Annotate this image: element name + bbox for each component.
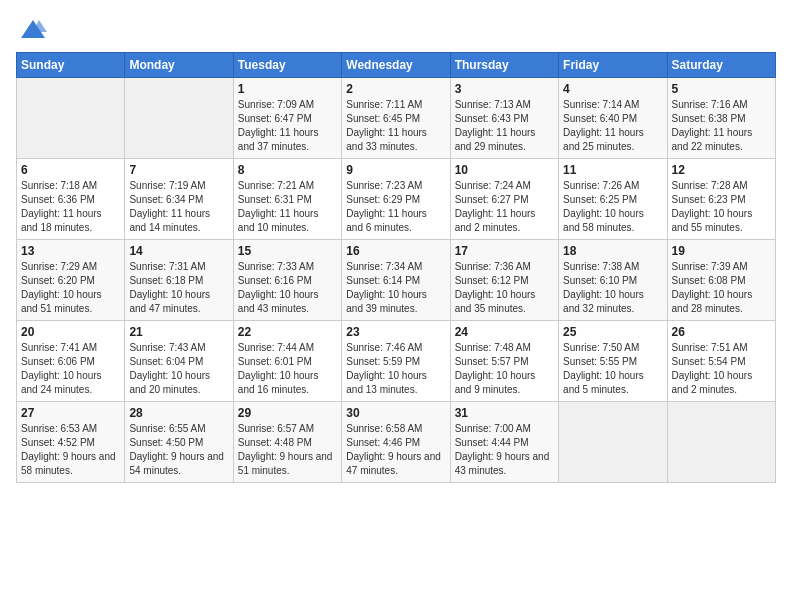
day-detail: Sunrise: 7:23 AMSunset: 6:29 PMDaylight:… (346, 179, 445, 235)
day-detail: Sunrise: 7:39 AMSunset: 6:08 PMDaylight:… (672, 260, 771, 316)
day-detail: Sunrise: 7:09 AMSunset: 6:47 PMDaylight:… (238, 98, 337, 154)
calendar-cell: 9Sunrise: 7:23 AMSunset: 6:29 PMDaylight… (342, 159, 450, 240)
day-detail: Sunrise: 7:41 AMSunset: 6:06 PMDaylight:… (21, 341, 120, 397)
day-number: 18 (563, 244, 662, 258)
day-number: 8 (238, 163, 337, 177)
calendar-cell: 23Sunrise: 7:46 AMSunset: 5:59 PMDayligh… (342, 321, 450, 402)
calendar-cell (559, 402, 667, 483)
calendar-week-2: 6Sunrise: 7:18 AMSunset: 6:36 PMDaylight… (17, 159, 776, 240)
weekday-header-tuesday: Tuesday (233, 53, 341, 78)
day-detail: Sunrise: 7:21 AMSunset: 6:31 PMDaylight:… (238, 179, 337, 235)
day-detail: Sunrise: 7:44 AMSunset: 6:01 PMDaylight:… (238, 341, 337, 397)
day-number: 5 (672, 82, 771, 96)
day-detail: Sunrise: 6:55 AMSunset: 4:50 PMDaylight:… (129, 422, 228, 478)
day-detail: Sunrise: 7:48 AMSunset: 5:57 PMDaylight:… (455, 341, 554, 397)
day-detail: Sunrise: 7:46 AMSunset: 5:59 PMDaylight:… (346, 341, 445, 397)
calendar-cell: 13Sunrise: 7:29 AMSunset: 6:20 PMDayligh… (17, 240, 125, 321)
day-number: 26 (672, 325, 771, 339)
logo-icon (19, 16, 47, 44)
day-number: 6 (21, 163, 120, 177)
calendar-cell: 20Sunrise: 7:41 AMSunset: 6:06 PMDayligh… (17, 321, 125, 402)
day-detail: Sunrise: 7:18 AMSunset: 6:36 PMDaylight:… (21, 179, 120, 235)
day-number: 20 (21, 325, 120, 339)
day-detail: Sunrise: 7:51 AMSunset: 5:54 PMDaylight:… (672, 341, 771, 397)
calendar-cell: 21Sunrise: 7:43 AMSunset: 6:04 PMDayligh… (125, 321, 233, 402)
calendar-cell: 12Sunrise: 7:28 AMSunset: 6:23 PMDayligh… (667, 159, 775, 240)
calendar-cell: 31Sunrise: 7:00 AMSunset: 4:44 PMDayligh… (450, 402, 558, 483)
calendar-cell: 1Sunrise: 7:09 AMSunset: 6:47 PMDaylight… (233, 78, 341, 159)
day-detail: Sunrise: 6:57 AMSunset: 4:48 PMDaylight:… (238, 422, 337, 478)
calendar-week-3: 13Sunrise: 7:29 AMSunset: 6:20 PMDayligh… (17, 240, 776, 321)
weekday-header-sunday: Sunday (17, 53, 125, 78)
calendar-cell: 5Sunrise: 7:16 AMSunset: 6:38 PMDaylight… (667, 78, 775, 159)
day-number: 1 (238, 82, 337, 96)
day-number: 22 (238, 325, 337, 339)
calendar-cell: 24Sunrise: 7:48 AMSunset: 5:57 PMDayligh… (450, 321, 558, 402)
calendar-cell: 2Sunrise: 7:11 AMSunset: 6:45 PMDaylight… (342, 78, 450, 159)
day-number: 28 (129, 406, 228, 420)
day-number: 7 (129, 163, 228, 177)
weekday-header-monday: Monday (125, 53, 233, 78)
day-detail: Sunrise: 7:00 AMSunset: 4:44 PMDaylight:… (455, 422, 554, 478)
day-number: 25 (563, 325, 662, 339)
day-number: 23 (346, 325, 445, 339)
day-detail: Sunrise: 7:24 AMSunset: 6:27 PMDaylight:… (455, 179, 554, 235)
calendar-cell (17, 78, 125, 159)
calendar-cell: 25Sunrise: 7:50 AMSunset: 5:55 PMDayligh… (559, 321, 667, 402)
day-number: 10 (455, 163, 554, 177)
calendar-cell: 26Sunrise: 7:51 AMSunset: 5:54 PMDayligh… (667, 321, 775, 402)
calendar-week-4: 20Sunrise: 7:41 AMSunset: 6:06 PMDayligh… (17, 321, 776, 402)
day-detail: Sunrise: 7:11 AMSunset: 6:45 PMDaylight:… (346, 98, 445, 154)
calendar-cell: 11Sunrise: 7:26 AMSunset: 6:25 PMDayligh… (559, 159, 667, 240)
calendar-cell: 19Sunrise: 7:39 AMSunset: 6:08 PMDayligh… (667, 240, 775, 321)
day-detail: Sunrise: 7:33 AMSunset: 6:16 PMDaylight:… (238, 260, 337, 316)
calendar-cell: 10Sunrise: 7:24 AMSunset: 6:27 PMDayligh… (450, 159, 558, 240)
day-detail: Sunrise: 7:31 AMSunset: 6:18 PMDaylight:… (129, 260, 228, 316)
calendar-cell: 16Sunrise: 7:34 AMSunset: 6:14 PMDayligh… (342, 240, 450, 321)
calendar-cell (125, 78, 233, 159)
day-detail: Sunrise: 7:38 AMSunset: 6:10 PMDaylight:… (563, 260, 662, 316)
day-number: 19 (672, 244, 771, 258)
weekday-header-wednesday: Wednesday (342, 53, 450, 78)
day-detail: Sunrise: 7:14 AMSunset: 6:40 PMDaylight:… (563, 98, 662, 154)
day-detail: Sunrise: 7:28 AMSunset: 6:23 PMDaylight:… (672, 179, 771, 235)
logo (16, 16, 47, 44)
day-number: 15 (238, 244, 337, 258)
calendar-table: SundayMondayTuesdayWednesdayThursdayFrid… (16, 52, 776, 483)
day-detail: Sunrise: 7:34 AMSunset: 6:14 PMDaylight:… (346, 260, 445, 316)
day-detail: Sunrise: 7:29 AMSunset: 6:20 PMDaylight:… (21, 260, 120, 316)
day-number: 24 (455, 325, 554, 339)
weekday-header-friday: Friday (559, 53, 667, 78)
calendar-cell: 3Sunrise: 7:13 AMSunset: 6:43 PMDaylight… (450, 78, 558, 159)
day-number: 21 (129, 325, 228, 339)
day-number: 13 (21, 244, 120, 258)
calendar-week-5: 27Sunrise: 6:53 AMSunset: 4:52 PMDayligh… (17, 402, 776, 483)
day-detail: Sunrise: 7:36 AMSunset: 6:12 PMDaylight:… (455, 260, 554, 316)
weekday-header-row: SundayMondayTuesdayWednesdayThursdayFrid… (17, 53, 776, 78)
calendar-cell: 8Sunrise: 7:21 AMSunset: 6:31 PMDaylight… (233, 159, 341, 240)
calendar-cell: 18Sunrise: 7:38 AMSunset: 6:10 PMDayligh… (559, 240, 667, 321)
day-number: 16 (346, 244, 445, 258)
day-detail: Sunrise: 6:53 AMSunset: 4:52 PMDaylight:… (21, 422, 120, 478)
day-number: 17 (455, 244, 554, 258)
calendar-cell: 29Sunrise: 6:57 AMSunset: 4:48 PMDayligh… (233, 402, 341, 483)
calendar-cell: 7Sunrise: 7:19 AMSunset: 6:34 PMDaylight… (125, 159, 233, 240)
calendar-cell: 30Sunrise: 6:58 AMSunset: 4:46 PMDayligh… (342, 402, 450, 483)
day-detail: Sunrise: 7:13 AMSunset: 6:43 PMDaylight:… (455, 98, 554, 154)
calendar-cell: 6Sunrise: 7:18 AMSunset: 6:36 PMDaylight… (17, 159, 125, 240)
header-row (16, 16, 776, 44)
weekday-header-thursday: Thursday (450, 53, 558, 78)
calendar-week-1: 1Sunrise: 7:09 AMSunset: 6:47 PMDaylight… (17, 78, 776, 159)
calendar-cell: 14Sunrise: 7:31 AMSunset: 6:18 PMDayligh… (125, 240, 233, 321)
day-number: 30 (346, 406, 445, 420)
day-number: 29 (238, 406, 337, 420)
day-number: 2 (346, 82, 445, 96)
calendar-cell: 22Sunrise: 7:44 AMSunset: 6:01 PMDayligh… (233, 321, 341, 402)
day-detail: Sunrise: 7:43 AMSunset: 6:04 PMDaylight:… (129, 341, 228, 397)
day-number: 11 (563, 163, 662, 177)
calendar-cell: 28Sunrise: 6:55 AMSunset: 4:50 PMDayligh… (125, 402, 233, 483)
day-detail: Sunrise: 7:50 AMSunset: 5:55 PMDaylight:… (563, 341, 662, 397)
day-number: 9 (346, 163, 445, 177)
day-detail: Sunrise: 6:58 AMSunset: 4:46 PMDaylight:… (346, 422, 445, 478)
day-number: 14 (129, 244, 228, 258)
